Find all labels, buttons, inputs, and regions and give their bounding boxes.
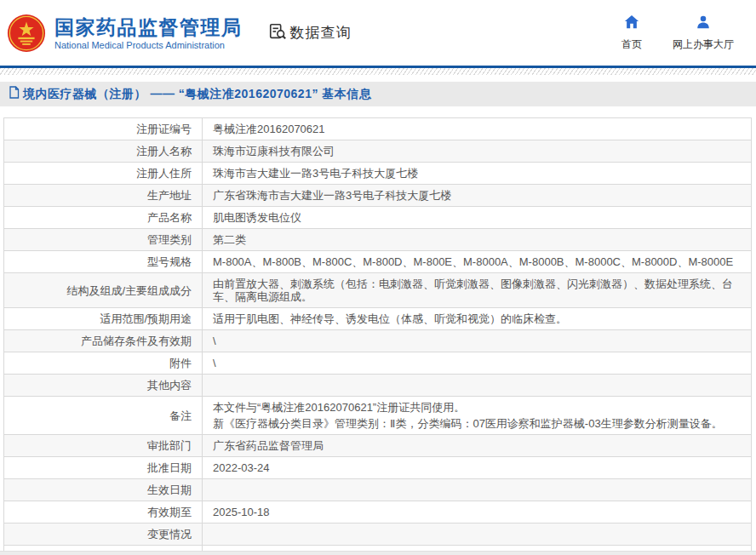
header-nav: 首页 网上办事大厅 bbox=[621, 14, 734, 52]
row-label-text: 备注 bbox=[169, 409, 192, 422]
nav-item-service-hall[interactable]: 网上办事大厅 bbox=[673, 14, 734, 52]
row-value bbox=[203, 524, 752, 546]
row-value bbox=[203, 375, 752, 397]
registration-info-table: 注册证编号粤械注准20162070621注册人名称珠海市迈康科技有限公司注册人住… bbox=[3, 117, 752, 555]
org-name-en: National Medical Products Administration bbox=[54, 40, 243, 50]
row-label-text: 结构及组成/主要组成成分 bbox=[66, 284, 192, 297]
table-row: 注册人名称珠海市迈康科技有限公司 bbox=[4, 140, 752, 163]
national-emblem-icon bbox=[7, 14, 46, 53]
row-value: 由前置放大器、刺激系统（包括：电刺激器、听觉刺激器、图像刺激器、闪光刺激器）、数… bbox=[203, 273, 752, 308]
row-label: 其他内容 bbox=[4, 375, 203, 397]
row-label-text: 型号规格 bbox=[147, 255, 192, 268]
row-value: 2022-03-24 bbox=[203, 457, 752, 479]
row-label-text: 注册人名称 bbox=[136, 145, 192, 157]
row-label-text: 生产地址 bbox=[147, 189, 192, 202]
info-table-body: 注册证编号粤械注准20162070621注册人名称珠海市迈康科技有限公司注册人住… bbox=[4, 118, 752, 555]
row-value: \ bbox=[203, 352, 752, 375]
row-label: 附件 bbox=[4, 352, 203, 375]
row-value: 适用于肌电图、神经传导、诱发电位（体感、听觉和视觉）的临床检查。 bbox=[203, 308, 752, 330]
table-row: 备注本文件与“粤械注准20162070621”注册证共同使用。新《医疗器械分类目… bbox=[4, 397, 752, 435]
row-label-text: 适用范围/预期用途 bbox=[100, 312, 192, 325]
row-label: 注册证编号 bbox=[4, 118, 203, 140]
table-row: 注册人住所珠海市吉大建业一路3号电子科技大厦七楼 bbox=[4, 163, 752, 185]
table-row: 其他内容 bbox=[4, 375, 752, 397]
row-label-text: 产品储存条件及有效期 bbox=[81, 335, 192, 347]
row-label: 产品储存条件及有效期 bbox=[4, 330, 203, 352]
row-label: 变更情况 bbox=[4, 524, 203, 546]
table-row: 产品储存条件及有效期\ bbox=[4, 330, 752, 352]
table-row: 结构及组成/主要组成成分由前置放大器、刺激系统（包括：电刺激器、听觉刺激器、图像… bbox=[4, 273, 752, 308]
row-label: 批准日期 bbox=[4, 457, 203, 479]
row-label: 备注 bbox=[4, 397, 203, 435]
row-value-line: 新《医疗器械分类目录》管理类别：Ⅱ类，分类编码：07医用诊察和监护器械-03生理… bbox=[213, 417, 741, 430]
footer-strip bbox=[0, 551, 756, 555]
row-label-text: 有效期至 bbox=[147, 506, 192, 518]
page-title: 境内医疗器械（注册） —— “粤械注准20162070621” 基本信息 bbox=[23, 87, 371, 102]
table-row: 审批部门广东省药品监督管理局 bbox=[4, 435, 752, 457]
home-icon bbox=[624, 14, 639, 33]
data-query-entry[interactable]: 数据查询 bbox=[268, 22, 352, 44]
table-row: 管理类别第二类 bbox=[4, 229, 752, 251]
row-label: 注册人名称 bbox=[4, 140, 203, 163]
row-label-text: 审批部门 bbox=[147, 439, 192, 452]
table-row: 生产地址广东省珠海市吉大建业一路3号电子科技大厦七楼 bbox=[4, 185, 752, 207]
row-value: 肌电图诱发电位仪 bbox=[203, 207, 752, 229]
row-label-text: 变更情况 bbox=[147, 528, 192, 541]
doc-search-icon bbox=[268, 22, 287, 44]
table-row: 有效期至2025-10-18 bbox=[4, 501, 752, 524]
row-label-text: 生效日期 bbox=[147, 483, 192, 496]
table-row: 产品名称肌电图诱发电位仪 bbox=[4, 207, 752, 229]
table-row: 附件\ bbox=[4, 352, 752, 375]
org-title-block: 国家药品监督管理局 National Medical Products Admi… bbox=[54, 16, 243, 50]
row-label-text: 产品名称 bbox=[147, 211, 192, 224]
row-value: 粤械注准20162070621 bbox=[203, 118, 752, 140]
person-icon bbox=[696, 14, 711, 33]
row-label: 审批部门 bbox=[4, 435, 203, 457]
row-label-text: 注册证编号 bbox=[136, 123, 192, 135]
row-value: 2025-10-18 bbox=[203, 501, 752, 524]
table-row: 适用范围/预期用途适用于肌电图、神经传导、诱发电位（体感、听觉和视觉）的临床检查… bbox=[4, 308, 752, 330]
row-label: 生产地址 bbox=[4, 185, 203, 207]
row-label: 型号规格 bbox=[4, 251, 203, 273]
row-label: 注册人住所 bbox=[4, 163, 203, 185]
nav-item-label: 网上办事大厅 bbox=[673, 37, 734, 52]
row-label: 结构及组成/主要组成成分 bbox=[4, 273, 203, 308]
registration-info-table-wrap: 注册证编号粤械注准20162070621注册人名称珠海市迈康科技有限公司注册人住… bbox=[3, 117, 752, 555]
row-value: 珠海市迈康科技有限公司 bbox=[203, 140, 752, 163]
row-value: 珠海市吉大建业一路3号电子科技大厦七楼 bbox=[203, 163, 752, 185]
row-value bbox=[203, 479, 752, 501]
document-icon bbox=[9, 86, 20, 102]
org-name-cn: 国家药品监督管理局 bbox=[54, 16, 243, 38]
row-value: 本文件与“粤械注准20162070621”注册证共同使用。新《医疗器械分类目录》… bbox=[203, 397, 752, 435]
nav-item-label: 首页 bbox=[621, 37, 642, 52]
row-label-text: 其他内容 bbox=[147, 379, 192, 392]
row-label: 适用范围/预期用途 bbox=[4, 308, 203, 330]
table-row: 批准日期2022-03-24 bbox=[4, 457, 752, 479]
table-row: 生效日期 bbox=[4, 479, 752, 501]
row-label-text: 附件 bbox=[169, 357, 192, 369]
row-label: 管理类别 bbox=[4, 229, 203, 251]
page-title-bar: 境内医疗器械（注册） —— “粤械注准20162070621” 基本信息 bbox=[0, 82, 756, 106]
row-value: 广东省药品监督管理局 bbox=[203, 435, 752, 457]
row-value: M-800A、M-800B、M-800C、M-800D、M-800E、M-800… bbox=[203, 251, 752, 273]
row-label-text: 批准日期 bbox=[147, 461, 192, 474]
hatch-texture-band bbox=[0, 68, 756, 75]
table-row: 注册证编号粤械注准20162070621 bbox=[4, 118, 752, 140]
row-value: 广东省珠海市吉大建业一路3号电子科技大厦七楼 bbox=[203, 185, 752, 207]
header: 国家药品监督管理局 National Medical Products Admi… bbox=[0, 0, 756, 66]
row-value: \ bbox=[203, 330, 752, 352]
row-value: 第二类 bbox=[203, 229, 752, 251]
row-label: 生效日期 bbox=[4, 479, 203, 501]
row-label: 有效期至 bbox=[4, 501, 203, 524]
table-row: 型号规格M-800A、M-800B、M-800C、M-800D、M-800E、M… bbox=[4, 251, 752, 273]
row-label-text: 管理类别 bbox=[147, 233, 192, 246]
table-row: 变更情况 bbox=[4, 524, 752, 546]
row-label-text: 注册人住所 bbox=[136, 167, 192, 180]
nav-item-home[interactable]: 首页 bbox=[621, 14, 642, 52]
data-query-label: 数据查询 bbox=[290, 23, 352, 43]
row-value-line: 本文件与“粤械注准20162070621”注册证共同使用。 bbox=[213, 401, 741, 414]
row-label: 产品名称 bbox=[4, 207, 203, 229]
